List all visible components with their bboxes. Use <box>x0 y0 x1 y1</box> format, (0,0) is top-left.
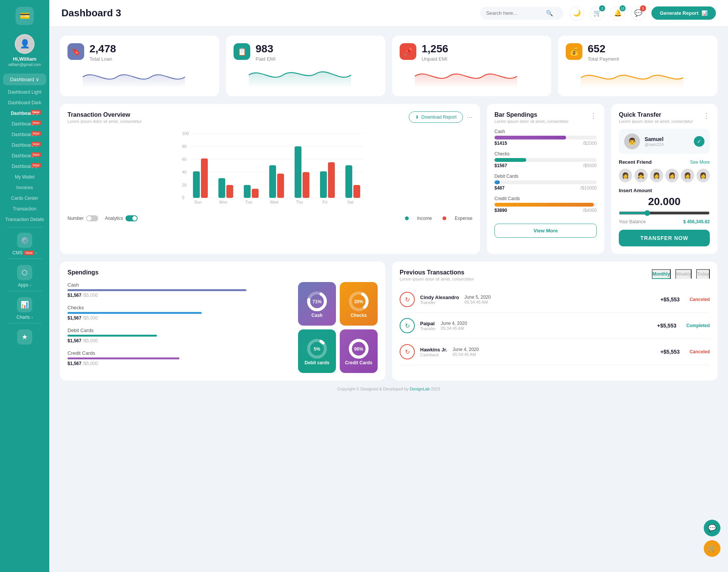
number-toggle: Number <box>67 215 98 221</box>
spending-item-label-debit: Debit Cards <box>67 328 291 333</box>
avatar: 👤 <box>15 34 35 54</box>
tab-monthly[interactable]: Monthly <box>652 269 671 279</box>
bar-spendings-more-btn[interactable]: ⋮ <box>590 111 597 120</box>
sidebar-item-dashboard-dark[interactable]: Dashboard Dark <box>0 97 49 108</box>
dashboard-dropdown-btn[interactable]: Dashboard ∨ <box>3 74 46 85</box>
float-chat-btn[interactable]: 💬 <box>704 520 720 536</box>
stat-wave-2 <box>234 66 378 87</box>
float-cart-btn[interactable]: 🛒 <box>704 540 720 557</box>
svg-rect-31 <box>345 165 352 198</box>
spending-item-amounts-cash: $1,567 /‍$5,000 <box>67 293 291 298</box>
quick-transfer-more-btn[interactable]: ⋮ <box>703 111 710 120</box>
bar-chart-icon: 📊 <box>701 10 708 16</box>
spending-amounts-cash: $1415 /‍$2000 <box>494 141 597 146</box>
donut-debit: 5% Debit cards <box>298 329 336 373</box>
sidebar-item-dashboard-4[interactable]: Dashboard 4New <box>0 119 49 129</box>
tab-today[interactable]: Today <box>696 269 710 279</box>
friend-avatar-2[interactable]: 👩 <box>650 169 663 182</box>
sidebar-item-dashboard-7[interactable]: Dashboard 7New <box>0 150 49 161</box>
trans-icon-0: ↻ <box>400 292 415 307</box>
sidebar-item-transaction[interactable]: Transaction <box>0 204 49 214</box>
sidebar-item-dashboard-6[interactable]: Dashboard 6New <box>0 140 49 150</box>
cart-btn[interactable]: 🛒 2 <box>590 6 604 20</box>
moon-toggle-btn[interactable]: 🌙 <box>570 6 584 20</box>
apps-arrow: › <box>30 283 31 287</box>
previous-transactions-card: Previous Transactions Lorem ipsum dolor … <box>392 262 717 381</box>
footer-brand-link[interactable]: DexignLab <box>410 387 430 391</box>
sidebar-item-dashboard-5[interactable]: Dashboard 5New <box>0 129 49 140</box>
sidebar-item-my-wallet[interactable]: My Wallet <box>0 172 49 182</box>
friend-avatar-0[interactable]: 👩 <box>619 169 632 182</box>
search-input[interactable] <box>486 10 543 16</box>
friend-avatar-5[interactable]: 👩 <box>697 169 710 182</box>
sidebar-item-dashboard-8[interactable]: Dashboard 8New <box>0 161 49 172</box>
analytics-label: Analytics <box>105 216 123 221</box>
friend-avatar-1[interactable]: 👧 <box>634 169 648 182</box>
spending-bar-cash: Cash $1415 /‍$2000 <box>494 129 597 146</box>
spending-item-label-cash: Cash <box>67 282 291 288</box>
trans-status-0: Canceled <box>690 297 710 302</box>
transfer-now-button[interactable]: TRANSFER NOW <box>619 230 710 246</box>
qt-avatar: 👨 <box>624 133 640 149</box>
analytics-toggle-switch[interactable] <box>126 215 138 221</box>
charts-label[interactable]: Charts <box>16 315 30 320</box>
trans-type-2: Cashback <box>420 353 447 357</box>
favorites-icon[interactable]: ★ <box>17 329 32 345</box>
donut-checks: 30% Checks <box>340 282 378 326</box>
transaction-row-0: ↻ Cindy Alexandro Transfer June 5, 2020 … <box>400 287 710 313</box>
spending-bar-track-debit <box>494 180 597 184</box>
download-report-button[interactable]: ⬇ Download Report <box>409 111 463 123</box>
sidebar-item-dashboard-light[interactable]: Dashboard Light <box>0 87 49 97</box>
chat-btn[interactable]: 💬 5 <box>631 6 645 20</box>
sidebar-item-transaction-details[interactable]: Transaction Details <box>0 214 49 225</box>
chart-legend: Number Analytics Income Expense <box>67 215 472 221</box>
sidebar-nav: Dashboard Light Dashboard Dark Dashboard… <box>0 87 49 225</box>
svg-text:Tue: Tue <box>245 200 253 204</box>
bar-spendings-card: Bar Spendings Lorem ipsum dolor sit amet… <box>487 104 604 254</box>
cms-icon[interactable]: ⚙️ <box>17 233 32 248</box>
donut-credit-svg: 96% <box>347 337 370 360</box>
apps-label[interactable]: Apps <box>18 282 28 288</box>
svg-rect-25 <box>269 165 276 198</box>
number-label: Number <box>67 216 84 221</box>
trans-date-1: June 4, 2020 <box>441 321 467 326</box>
spending-bar-debit: Debit Cards $487 /‍$10000 <box>494 174 597 191</box>
cms-label[interactable]: CMS <box>13 250 23 255</box>
friend-avatar-3[interactable]: 👩 <box>665 169 679 182</box>
apps-icon[interactable]: ⬡ <box>17 265 32 280</box>
svg-rect-32 <box>353 185 360 198</box>
sidebar-badge-6: New <box>31 142 41 146</box>
see-more-link[interactable]: See More <box>690 160 710 165</box>
svg-text:100: 100 <box>182 131 189 136</box>
svg-rect-30 <box>328 162 335 198</box>
transaction-row-2: ↻ Hawkins Jr. Cashback June 4, 2020 05:3… <box>400 339 710 365</box>
sidebar-item-dashboard-3[interactable]: Dashboard 3New <box>0 108 49 119</box>
trans-info-0: Cindy Alexandro Transfer <box>420 295 459 305</box>
tab-weekly[interactable]: Weekly <box>675 269 692 279</box>
svg-rect-23 <box>244 185 251 198</box>
quick-transfer-title: Quick Transfer <box>619 111 693 118</box>
svg-text:71%: 71% <box>312 299 322 304</box>
generate-report-button[interactable]: Generate Report 📊 <box>651 6 716 20</box>
cms-arrow: › <box>36 251 37 255</box>
trans-amount-2: +$5,553 <box>661 349 680 355</box>
trans-date-0: June 5, 2020 <box>464 295 491 300</box>
sidebar-item-invoices[interactable]: Invoices <box>0 182 49 193</box>
bell-badge: 12 <box>620 5 626 11</box>
number-toggle-switch[interactable] <box>86 215 98 221</box>
charts-icon[interactable]: 📊 <box>17 297 32 312</box>
svg-rect-20 <box>201 158 208 198</box>
sidebar-item-cards-center[interactable]: Cards Center <box>0 193 49 204</box>
transaction-more-btn[interactable]: ··· <box>467 113 472 121</box>
transaction-overview-actions: ⬇ Download Report ··· <box>409 111 472 123</box>
amount-slider[interactable] <box>619 210 710 216</box>
income-legend: Income <box>417 216 432 221</box>
expense-legend: Expense <box>455 216 472 221</box>
view-more-button[interactable]: View More <box>494 224 597 238</box>
bottom-grid: Spendings Cash $1,567 /‍$5,000 Checks $1… <box>60 262 717 381</box>
spending-bar-track-credit <box>494 203 597 207</box>
spending-bar-label-checks: Checks <box>494 151 597 157</box>
spending-bar-track-checks <box>494 158 597 162</box>
friend-avatar-4[interactable]: 👩 <box>681 169 694 182</box>
bell-btn[interactable]: 🔔 12 <box>610 6 625 20</box>
